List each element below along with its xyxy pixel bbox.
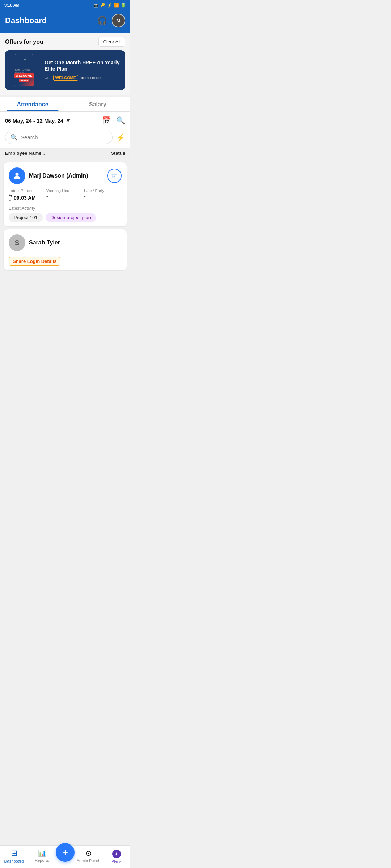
svg-point-0 [15,173,18,176]
search-row: 🔍 ⚡ [0,129,130,148]
latest-activity-label: Latest Activity [9,206,122,211]
promo-suffix: promo code [80,76,101,80]
avatar: S [9,234,25,251]
date-filter-row: 06 May, 24 - 12 May, 24 ▼ 📅 🔍 [0,112,130,129]
working-hours-value: - [46,193,84,199]
chevron-down-icon: ▼ [66,118,71,123]
offer-image: 10:00 FOR LIMITED PERIOD WELCOME OFFER [5,50,43,90]
activity-tags: Project 101 Design project plan [9,213,122,222]
phone-mockup: 10:00 FOR LIMITED PERIOD WELCOME OFFER [14,54,34,86]
status-col-header: Status [111,150,125,156]
offer-main-text: Get One Month FREE on Yearly Elite Plan [45,60,122,72]
bluetooth-icon: ⚡ [107,3,112,8]
table-row: S Sarah Tyler Share Login Details [4,229,127,270]
clear-all-button[interactable]: Clear All [98,37,125,47]
employee-name: Sarah Tyler [29,239,60,246]
fingerprint-icon: ☞ [112,172,117,180]
offer-label: OFFER [19,79,30,82]
avatar[interactable]: M [112,14,125,27]
table-row: Marj Dawson (Admin) ☞ Latest Punch ↪IN 0… [4,162,127,226]
promo-line: Use WELCOME promo code [45,75,122,81]
late-early-value: - [84,193,122,199]
filter-icon[interactable]: ⚡ [116,133,125,142]
sort-arrow-icon: ↓ [43,150,45,156]
tab-attendance[interactable]: Attendance [0,97,65,111]
avatar [9,167,25,184]
offer-card-1[interactable]: 10:00 FOR LIMITED PERIOD WELCOME OFFER G… [5,50,125,90]
working-hours-label: Working Hours [46,188,84,193]
calendar-icon[interactable]: 📅 [102,116,111,125]
late-early-label: Late / Early [84,188,122,193]
punch-in-icon: ↪IN [9,193,12,202]
offers-section: Offers for you Clear All 10:00 FOR LIMIT… [0,33,130,95]
headset-button[interactable]: 🎧 [97,16,107,25]
date-range-button[interactable]: 06 May, 24 - 12 May, 24 ▼ [5,118,71,124]
tag-project: Project 101 [9,213,43,222]
key-icon: 🔑 [100,3,105,8]
status-icons: 📷 🔑 ⚡ 📶 🔋 [93,3,126,8]
employee-list: Marj Dawson (Admin) ☞ Latest Punch ↪IN 0… [0,159,130,274]
status-bar: 9:10 AM 📷 🔑 ⚡ 📶 🔋 [0,0,130,10]
date-range-label: 06 May, 24 - 12 May, 24 [5,118,63,124]
latest-punch-label: Latest Punch [9,188,46,193]
promo-prefix: Use [45,76,52,80]
badge-period-text: FOR LIMITED PERIOD [15,69,33,73]
latest-punch-col: Latest Punch ↪IN 09:03 AM [9,188,46,202]
avatar-letter: S [14,239,19,247]
avatar-label: M [116,18,121,24]
working-hours-col: Working Hours - [46,188,84,202]
time-display: 9:10 AM [4,3,20,7]
promo-code: WELCOME [53,75,78,81]
offer-text: Get One Month FREE on Yearly Elite Plan … [43,50,125,90]
page-title: Dashboard [5,16,47,25]
app-header: Dashboard 🎧 M [0,10,130,33]
search-icon[interactable]: 🔍 [116,116,125,125]
search-input-wrap: 🔍 [5,131,113,144]
latest-punch-value: 09:03 AM [14,195,36,201]
tag-task: Design project plan [46,213,96,222]
late-early-col: Late / Early - [84,188,122,202]
offers-title: Offers for you [5,39,43,45]
punch-stats: Latest Punch ↪IN 09:03 AM Working Hours … [9,188,122,202]
share-login-badge[interactable]: Share Login Details [9,257,60,266]
wifi-icon: 📶 [114,3,119,8]
tab-salary[interactable]: Salary [65,97,130,111]
table-header: Employee Name ↓ Status [0,148,130,159]
employee-name: Marj Dawson (Admin) [29,173,88,179]
touch-button[interactable]: ☞ [107,169,122,183]
search-input[interactable] [21,134,107,140]
search-glass-icon: 🔍 [10,134,18,141]
tabs-row: Attendance Salary [0,97,130,112]
welcome-label: WELCOME [14,73,34,78]
video-icon: 📷 [93,3,98,8]
battery-icon: 🔋 [121,3,126,8]
employee-name-col-header: Employee Name ↓ [5,150,45,156]
